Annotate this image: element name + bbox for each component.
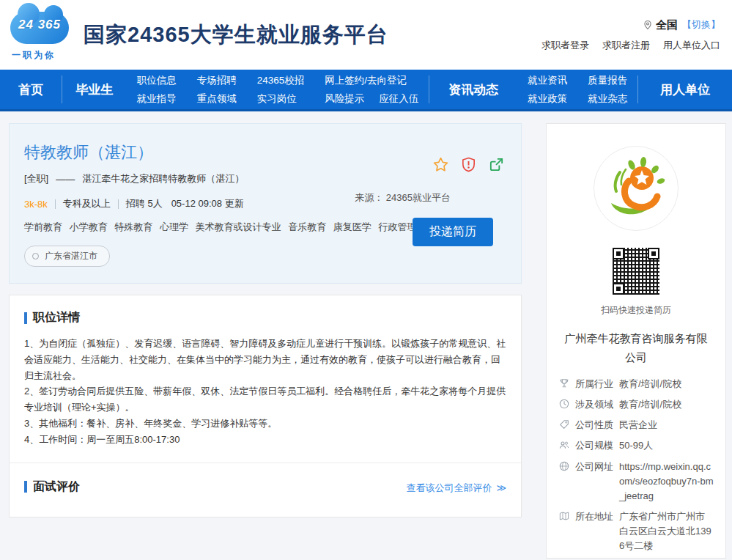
location-text: 广东省湛江市 bbox=[45, 250, 97, 262]
job-detail-section: 职位详情 1、为自闭症（孤独症）、发育迟缓、语言障碍、智力障碍及多动症儿童进行干… bbox=[10, 295, 521, 463]
report-shield-icon[interactable] bbox=[460, 156, 477, 173]
info-row-industry: 所属行业 教育/培训/院校 bbox=[558, 377, 714, 391]
job-summary-card: 特教教师（湛江） [全职] —— 湛江牵牛花之家招聘特教教师（湛江） 3k-8k… bbox=[9, 123, 522, 284]
job-detail-title-row: 职位详情 bbox=[24, 310, 506, 325]
company-logo bbox=[594, 146, 679, 231]
company-info-list: 所属行业 教育/培训/院校 涉及领域 教育/培训/院校 bbox=[558, 377, 714, 553]
updated-time: 05-12 09:08 更新 bbox=[171, 197, 244, 210]
page: 24 365 一职为你 国家24365大学生就业服务平台 全国 【切换】 求职者… bbox=[0, 0, 732, 560]
nav-job-info[interactable]: 职位信息 bbox=[137, 74, 177, 87]
jobseeker-login-link[interactable]: 求职者登录 bbox=[541, 39, 589, 52]
nav-internships[interactable]: 实习岗位 bbox=[257, 92, 305, 106]
info-value: 民营企业 bbox=[619, 418, 714, 432]
major-tag: 美术教育或设计专业 bbox=[196, 221, 281, 232]
info-value: 广东省广州市广州市白云区白云大道北1396号二楼 bbox=[619, 509, 714, 553]
account-links: 求职者登录 求职者注册 用人单位入口 bbox=[541, 39, 720, 52]
location-pill[interactable]: 广东省湛江市 bbox=[24, 246, 110, 267]
share-icon[interactable] bbox=[488, 156, 505, 173]
region-switch-link[interactable]: 【切换】 bbox=[682, 18, 720, 32]
job-action-icons bbox=[432, 156, 505, 173]
source-line: 来源： 24365就业平台 bbox=[355, 191, 451, 205]
nav-col-news1: 就业资讯 就业政策 bbox=[517, 70, 577, 109]
major-tag: 学前教育 bbox=[24, 221, 62, 232]
info-label: 公司网址 bbox=[575, 460, 613, 474]
job-description-line: 2、签订劳动合同后提供五险、带薪年假、双休、法定节假日等员工福利。经合格聘任后，… bbox=[24, 383, 506, 416]
nav-employer[interactable]: 用人单位 bbox=[638, 70, 732, 109]
major-tag: 行政管理 bbox=[378, 221, 416, 232]
nav-employment-guidance[interactable]: 就业指导 bbox=[137, 92, 177, 106]
review-title: 面试评价 bbox=[33, 479, 80, 495]
qr-finder-icon bbox=[613, 248, 624, 259]
nav-campus-recruit[interactable]: 24365校招 bbox=[257, 74, 305, 87]
nav-special-fairs[interactable]: 专场招聘 bbox=[197, 74, 237, 87]
headcount: 招聘 5人 bbox=[126, 197, 163, 210]
nav-graduates[interactable]: 毕业生 bbox=[62, 70, 127, 109]
scale-people-icon bbox=[558, 439, 570, 451]
job-description-line: 1、为自闭症（孤独症）、发育迟缓、语言障碍、智力障碍及多动症儿童进行干预训练。以… bbox=[24, 336, 506, 383]
apply-resume-button[interactable]: 投递简历 bbox=[413, 218, 493, 246]
company-website-link[interactable]: https://mp.weixin.qq.com/s/eozfoqbuy7n-b… bbox=[619, 460, 714, 504]
field-clock-icon bbox=[558, 398, 570, 410]
qr-caption: 扫码快速投递简历 bbox=[558, 304, 714, 317]
major-tag: 小学教育 bbox=[70, 221, 108, 232]
nav-online-signing[interactable]: 网上签约/去向登记 bbox=[325, 74, 418, 87]
logo-number: 24 365 bbox=[9, 18, 70, 32]
morning-glory-logo-icon bbox=[599, 152, 673, 225]
website-globe-icon bbox=[558, 460, 570, 472]
nav-col-signing: 网上签约/去向登记 风险提示 应征入伍 bbox=[314, 70, 429, 109]
nav-signing-row2: 风险提示 应征入伍 bbox=[325, 92, 418, 106]
info-label: 所属行业 bbox=[575, 377, 613, 391]
interview-review-section: 面试评价 查看该公司全部评价 ≫ bbox=[10, 463, 521, 517]
nav-risk-warning[interactable]: 风险提示 bbox=[325, 92, 364, 106]
meta-separator bbox=[55, 199, 56, 209]
job-description-line: 4、工作时间：周一至周五8:00-17:30 bbox=[24, 432, 506, 448]
employer-entry-link[interactable]: 用人单位入口 bbox=[663, 39, 720, 52]
site-logo[interactable]: 24 365 一职为你 bbox=[9, 7, 73, 63]
info-label: 涉及领域 bbox=[575, 397, 613, 412]
meta-separator bbox=[118, 199, 119, 209]
info-value: 教育/培训/院校 bbox=[619, 397, 714, 412]
nav-home[interactable]: 首页 bbox=[0, 70, 62, 109]
job-subtitle: 湛江牵牛花之家招聘特教教师（湛江） bbox=[82, 172, 244, 185]
info-row-nature: 公司性质 民营企业 bbox=[558, 418, 714, 432]
region-row: 全国 【切换】 bbox=[541, 18, 720, 32]
info-row-scale: 公司规模 50-99人 bbox=[558, 438, 714, 453]
nav-enlistment[interactable]: 应征入伍 bbox=[379, 92, 418, 106]
favorite-star-icon[interactable] bbox=[432, 156, 449, 173]
major-tag: 音乐教育 bbox=[288, 221, 326, 232]
nav-col-campus: 24365校招 实习岗位 bbox=[247, 70, 315, 109]
major-tag: 特殊教育 bbox=[114, 221, 152, 232]
job-subline: [全职] —— 湛江牵牛花之家招聘特教教师（湛江） bbox=[24, 172, 506, 185]
nav-news[interactable]: 资讯动态 bbox=[429, 70, 517, 109]
nav-employment-policy[interactable]: 就业政策 bbox=[528, 92, 567, 106]
source-value: 24365就业平台 bbox=[386, 192, 451, 203]
info-label: 公司性质 bbox=[575, 418, 613, 432]
job-description-line: 3、其他福利：餐补、房补、年终奖金、学习进修补贴等等。 bbox=[24, 416, 506, 432]
job-detail-title: 职位详情 bbox=[33, 310, 80, 325]
salary-range: 3k-8k bbox=[24, 199, 48, 210]
info-row-website: 公司网址 https://mp.weixin.qq.com/s/eozfoqbu… bbox=[558, 460, 714, 504]
nav-employment-magazine[interactable]: 就业杂志 bbox=[588, 92, 627, 106]
address-map-icon bbox=[558, 510, 570, 522]
view-all-reviews-link[interactable]: 查看该公司全部评价 ≫ bbox=[406, 482, 506, 495]
company-name: 广州牵牛花教育咨询服务有限公司 bbox=[558, 329, 714, 366]
source-label: 来源： bbox=[355, 192, 383, 203]
site-header: 24 365 一职为你 国家24365大学生就业服务平台 全国 【切换】 求职者… bbox=[0, 0, 732, 70]
nav-col-jobs: 职位信息 就业指导 bbox=[127, 70, 187, 109]
review-link-text: 查看该公司全部评价 bbox=[406, 482, 492, 495]
qr-pattern bbox=[613, 248, 659, 295]
info-row-address: 所在地址 广东省广州市广州市白云区白云大道北1396号二楼 bbox=[558, 509, 714, 553]
nav-key-fields[interactable]: 重点领域 bbox=[197, 92, 237, 106]
company-card: 扫码快速投递简历 广州牵牛花教育咨询服务有限公司 所属行业 教育/培训/院校 bbox=[546, 123, 726, 559]
qr-code bbox=[610, 246, 662, 297]
logo-slogan: 一职为你 bbox=[12, 49, 56, 62]
nav-col-news2: 质量报告 就业杂志 bbox=[577, 70, 637, 109]
industry-trophy-icon bbox=[558, 377, 570, 389]
location-dot-icon bbox=[32, 253, 39, 259]
title-bar-accent bbox=[24, 481, 27, 493]
jobseeker-register-link[interactable]: 求职者注册 bbox=[602, 39, 650, 52]
qr-finder-icon bbox=[613, 283, 624, 295]
nav-employment-news[interactable]: 就业资讯 bbox=[528, 74, 567, 87]
nav-quality-report[interactable]: 质量报告 bbox=[588, 74, 627, 87]
region-name[interactable]: 全国 bbox=[656, 18, 678, 32]
